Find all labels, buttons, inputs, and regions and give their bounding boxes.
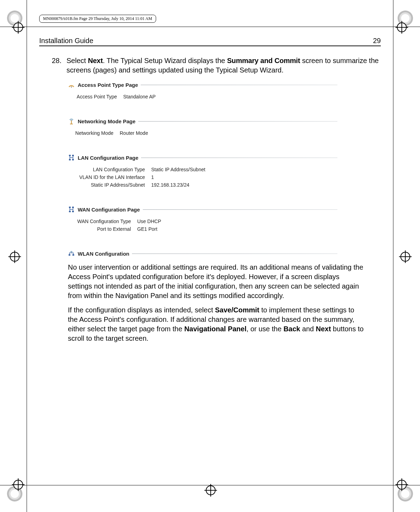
kv-key: Static IP Address/Subnet xyxy=(68,182,151,188)
kv-row: Access Point Type Standalone AP xyxy=(68,94,337,99)
wlan-icon xyxy=(68,250,75,257)
group-rule xyxy=(141,158,337,158)
kv-row: VLAN ID for the LAN Interface 1 xyxy=(68,174,337,180)
kv-value: Router Mode xyxy=(120,130,148,136)
kv-key: Access Point Type xyxy=(68,94,123,99)
kv-value: Use DHCP xyxy=(137,219,161,224)
reg-mark-br xyxy=(397,480,407,490)
svg-rect-3 xyxy=(69,155,71,156)
step-28: 28. Select Next. The Typical Setup Wizar… xyxy=(52,56,381,75)
group-access-point-type: Access Point Type Page Access Point Type… xyxy=(68,81,337,99)
kv-row: Static IP Address/Subnet 192.168.13.23/2… xyxy=(68,182,337,188)
antenna-icon xyxy=(68,118,75,125)
group-networking-mode: Networking Mode Page Networking Mode Rou… xyxy=(68,118,337,136)
group-title: LAN Configuration Page xyxy=(78,155,138,161)
access-point-icon xyxy=(68,81,75,88)
kv-value: 1 xyxy=(151,174,154,180)
kv-key: Port to External xyxy=(68,226,137,232)
kv-key: VLAN ID for the LAN Interface xyxy=(68,174,151,180)
svg-rect-4 xyxy=(72,155,74,156)
reg-mark-tr xyxy=(397,22,407,32)
group-title: WLAN Configuration xyxy=(78,251,129,257)
crop-line-vl xyxy=(27,0,27,512)
group-rule xyxy=(143,209,338,210)
svg-rect-9 xyxy=(69,211,71,212)
kv-value: Standalone AP xyxy=(123,94,156,99)
running-title: Installation Guide xyxy=(39,37,93,45)
paragraph-2: If the configuration displays as intende… xyxy=(68,305,365,343)
svg-rect-0 xyxy=(71,87,72,88)
reg-mark-tl xyxy=(13,22,23,32)
svg-rect-8 xyxy=(72,207,74,208)
kv-key: LAN Configuration Type xyxy=(68,167,151,172)
group-wlan-config: WLAN Configuration xyxy=(68,250,337,257)
step-text: Select Next. The Typical Setup Wizard di… xyxy=(66,56,381,75)
kv-key: Networking Mode xyxy=(68,130,120,136)
kv-value: Static IP Address/Subnet xyxy=(151,167,205,172)
group-wan-config: WAN Configuration Page WAN Configuration… xyxy=(68,206,337,232)
page-header-strip: MN000879A01B.fm Page 29 Thursday, July 1… xyxy=(39,15,156,23)
group-rule xyxy=(132,254,337,254)
group-rule xyxy=(138,121,337,122)
running-head: Installation Guide 29 xyxy=(39,37,381,46)
group-title: WAN Configuration Page xyxy=(78,207,140,213)
paragraph-1: No user intervention or additional setti… xyxy=(68,263,365,300)
reg-mark-bc xyxy=(206,485,216,495)
svg-rect-10 xyxy=(72,211,74,212)
svg-rect-11 xyxy=(69,254,70,256)
svg-rect-7 xyxy=(69,207,71,208)
group-title: Access Point Type Page xyxy=(78,82,138,88)
step-number: 28. xyxy=(52,56,62,75)
wan-icon xyxy=(68,206,75,213)
group-lan-config: LAN Configuration Page LAN Configuration… xyxy=(68,154,337,188)
wizard-summary-screenshot: Access Point Type Page Access Point Type… xyxy=(68,81,337,257)
svg-rect-12 xyxy=(72,254,74,256)
kv-row: WAN Configuration Type Use DHCP xyxy=(68,219,337,224)
page-number: 29 xyxy=(373,37,381,45)
kv-row: Networking Mode Router Mode xyxy=(68,130,337,136)
group-rule xyxy=(141,85,337,85)
crop-line-ht xyxy=(0,27,420,27)
crop-line-vr xyxy=(393,0,393,512)
kv-value: 192.168.13.23/24 xyxy=(151,182,189,188)
kv-row: LAN Configuration Type Static IP Address… xyxy=(68,167,337,172)
svg-rect-6 xyxy=(72,159,74,160)
kv-value: GE1 Port xyxy=(137,226,158,232)
reg-mark-bl xyxy=(13,480,23,490)
kv-key: WAN Configuration Type xyxy=(68,219,137,224)
lan-icon xyxy=(68,154,75,161)
kv-row: Port to External GE1 Port xyxy=(68,226,337,232)
reg-mark-mr xyxy=(400,252,410,262)
svg-rect-5 xyxy=(69,159,71,160)
group-title: Networking Mode Page xyxy=(78,118,135,124)
reg-mark-ml xyxy=(10,252,20,262)
